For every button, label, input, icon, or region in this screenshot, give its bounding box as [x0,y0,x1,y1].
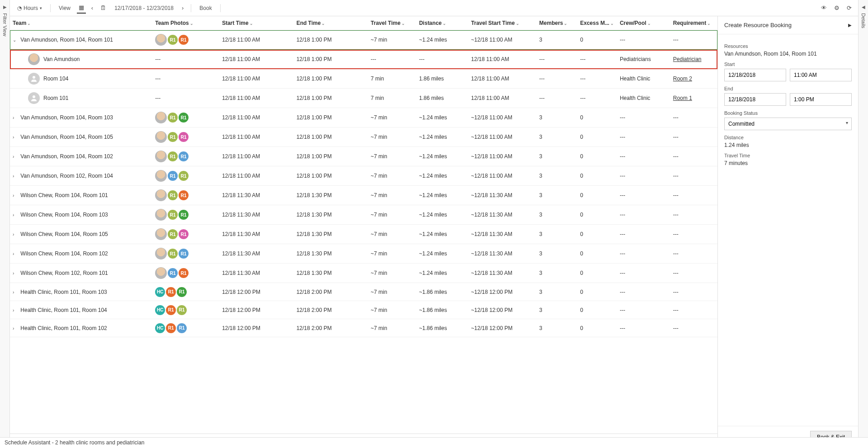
table-row[interactable]: › Wilson Chew, Room 104, Room 102R1R112/… [10,244,717,264]
resource-badge: R1 [179,113,189,123]
team-photos: R1R1 [155,34,217,46]
start-time: 12/18 11:00 AM [219,89,293,108]
start-time-input[interactable] [790,69,852,81]
table-row[interactable]: › Health Clinic, Room 101, Room 103HCR1R… [10,283,717,301]
table-row[interactable]: Room 104---12/18 11:00 AM12/18 1:00 PM7 … [10,69,717,89]
expander-icon[interactable]: › [13,193,19,198]
team-photos: R1R1 [155,209,217,221]
chevron-right-icon[interactable]: ▶ [3,5,7,9]
col-distance[interactable]: Distance⌄ [416,16,468,30]
end-time-input[interactable] [790,93,852,106]
start-date-input[interactable] [724,69,786,81]
table-row[interactable]: › Health Clinic, Room 101, Room 102HCR1R… [10,319,717,337]
col-travel[interactable]: Travel Time⌄ [368,16,416,30]
table-row[interactable]: › Van Amundson, Room 102, Room 104R1R112… [10,166,717,186]
chevron-left-icon[interactable]: ◀ [862,5,865,9]
expander-icon[interactable]: › [13,115,19,120]
requirement: --- [670,186,717,205]
expander-icon[interactable]: › [13,326,19,331]
start-time: 12/18 11:30 AM [219,264,293,283]
table-row[interactable]: › Wilson Chew, Room 104, Room 105R1R112/… [10,225,717,244]
travel-start: 12/18 11:00 AM [468,50,537,69]
distance: ~1.24 miles [416,244,468,264]
expander-icon[interactable]: › [13,135,19,140]
resource-badge: R1 [179,210,189,220]
col-req[interactable]: Requirement⌄ [670,16,717,30]
expander-icon[interactable]: ⌄ [13,38,19,42]
expander-icon[interactable]: › [13,154,19,159]
col-tstart[interactable]: Travel Start Time⌄ [468,16,537,30]
expander-icon[interactable]: › [13,290,19,295]
expander-icon[interactable]: › [13,308,19,313]
requirement-link[interactable]: Room 2 [673,75,692,82]
crew: --- [617,301,670,319]
col-team[interactable]: Team⌄ [10,16,152,30]
avatar [155,228,167,240]
table-row[interactable]: › Wilson Chew, Room 104, Room 103R1R112/… [10,205,717,225]
team-name: Wilson Chew, Room 102, Room 101 [20,270,108,276]
expander-icon[interactable]: › [13,251,19,256]
panel-title: Create Resource Booking [724,22,792,28]
expander-icon[interactable]: › [13,212,19,217]
table-row[interactable]: Room 101---12/18 11:00 AM12/18 1:00 PM7 … [10,89,717,108]
excess: 0 [577,301,617,319]
filter-rail[interactable]: ▶ Filter View [0,0,10,448]
expander-icon[interactable]: › [13,232,19,237]
table-row[interactable]: ⌄ Van Amundson, Room 104, Room 101R1R112… [10,30,717,50]
table-row[interactable]: › Wilson Chew, Room 104, Room 101R1R112/… [10,186,717,205]
book-button[interactable]: Book [197,3,214,13]
prev-period-icon[interactable]: ‹ [90,3,95,13]
details-rail[interactable]: ◀ Details [858,0,868,448]
end-date-input[interactable] [724,93,786,106]
distance: ~1.24 miles [416,108,468,127]
calendar-icon[interactable]: 🗓 [99,3,108,13]
crew: Health Clinic [617,89,670,108]
hours-dropdown[interactable]: ◔ Hours ▾ [14,3,45,13]
table-row[interactable]: › Van Amundson, Room 104, Room 102R1R112… [10,147,717,166]
filter-rail-label: Filter View [2,13,8,36]
requirement-link[interactable]: Room 1 [673,95,692,101]
table-row[interactable]: › Health Clinic, Room 101, Room 104HCR1R… [10,301,717,319]
chevron-right-icon[interactable]: ▶ [848,23,852,28]
col-start[interactable]: Start Time⌄ [219,16,293,30]
resource-badge: R1 [166,305,176,315]
grid-view-icon[interactable]: ▦ [77,2,86,14]
results-grid: Team⌄ Team Photos⌄ Start Time⌄ End Time⌄… [10,16,717,434]
resource-badge: R1 [168,229,178,239]
expander-icon[interactable]: › [13,271,19,276]
gear-icon[interactable]: ⚙ [832,3,841,13]
table-row[interactable]: › Van Amundson, Room 104, Room 103R1R112… [10,108,717,127]
refresh-icon[interactable]: ⟳ [845,3,854,13]
team-photos: R1R1 [155,228,217,240]
start-time: 12/18 11:00 AM [219,166,293,186]
svg-point-0 [33,76,35,79]
avatar-placeholder-icon [28,92,40,104]
crew: Pediatricians [617,50,670,69]
view-label: View [56,3,73,13]
resource-badge: R1 [168,113,178,123]
col-excess[interactable]: Excess M...⌄ [577,16,617,30]
avatar [155,189,167,201]
next-period-icon[interactable]: › [180,3,185,13]
requirement-link[interactable]: Pediatrician [673,56,702,62]
crew: --- [617,244,670,264]
resources-label: Resources [724,43,852,49]
members: 3 [537,319,577,337]
avatar [155,267,167,279]
resource-badge: R1 [177,305,187,315]
col-crew[interactable]: Crew/Pool⌄ [617,16,670,30]
table-row[interactable]: › Wilson Chew, Room 102, Room 101R1R112/… [10,264,717,283]
col-members[interactable]: Members⌄ [537,16,577,30]
col-end[interactable]: End Time⌄ [294,16,368,30]
table-row[interactable]: › Van Amundson, Room 104, Room 105R1R112… [10,127,717,147]
expander-icon[interactable]: › [13,174,19,179]
travel-time: ~7 min [368,186,416,205]
eye-icon[interactable]: 👁 [819,3,829,13]
booking-status-select[interactable]: Committed [724,118,852,130]
date-range[interactable]: 12/17/2018 - 12/23/2018 [112,3,176,13]
end-time: 12/18 2:00 PM [294,301,368,319]
booking-status-label: Booking Status [724,110,852,116]
travel-start: ~12/18 11:00 AM [468,166,537,186]
table-row[interactable]: Van Amundson---12/18 11:00 AM12/18 1:00 … [10,50,717,69]
col-photos[interactable]: Team Photos⌄ [152,16,219,30]
